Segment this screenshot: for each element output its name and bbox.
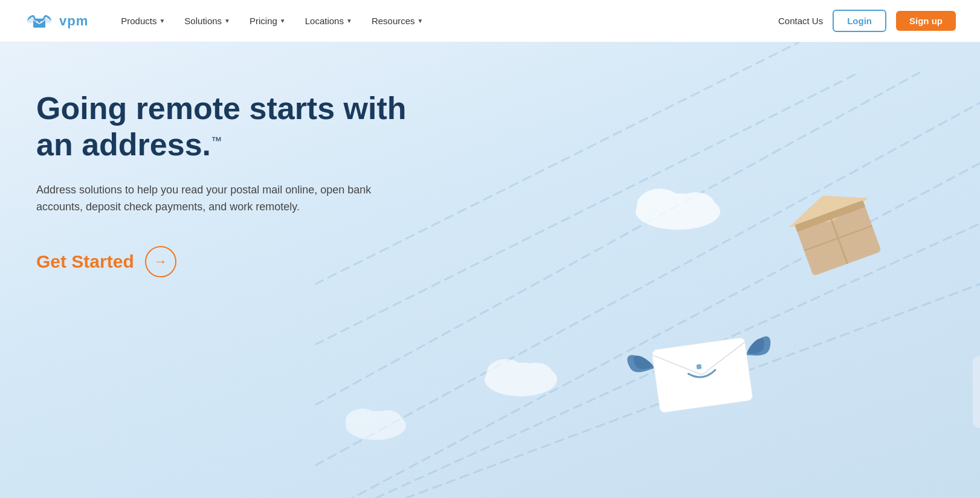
svg-rect-21 bbox=[696, 364, 701, 369]
nav-label-resources: Resources bbox=[372, 16, 415, 26]
nav-label-pricing: Pricing bbox=[250, 16, 277, 26]
chevron-down-icon: ▼ bbox=[346, 18, 352, 24]
svg-rect-0 bbox=[33, 18, 45, 27]
hero-subtitle: Address solutions to help you read your … bbox=[36, 181, 375, 216]
contact-us-link[interactable]: Contact Us bbox=[778, 16, 823, 26]
navbar: vpm Products ▼ Solutions ▼ Pricing ▼ Loc… bbox=[0, 0, 980, 42]
nav-links: Products ▼ Solutions ▼ Pricing ▼ Locatio… bbox=[112, 11, 778, 31]
arrow-right-icon: → bbox=[154, 254, 167, 270]
svg-point-15 bbox=[519, 363, 553, 387]
chevron-down-icon: ▼ bbox=[280, 18, 286, 24]
login-button[interactable]: Login bbox=[833, 10, 886, 32]
hero-section: $ Going remote starts with an address.™ … bbox=[0, 42, 980, 498]
nav-item-locations[interactable]: Locations ▼ bbox=[297, 11, 361, 31]
logo-svg bbox=[24, 10, 54, 32]
chevron-down-icon: ▼ bbox=[159, 18, 165, 24]
svg-point-2 bbox=[40, 21, 42, 23]
hero-trademark: ™ bbox=[211, 134, 222, 146]
hero-title: Going remote starts with an address.™ bbox=[36, 91, 447, 163]
svg-point-1 bbox=[36, 21, 38, 23]
nav-label-solutions: Solutions bbox=[184, 16, 222, 26]
nav-label-locations: Locations bbox=[305, 16, 344, 26]
nav-item-solutions[interactable]: Solutions ▼ bbox=[176, 11, 239, 31]
chevron-down-icon: ▼ bbox=[417, 18, 424, 24]
nav-item-resources[interactable]: Resources ▼ bbox=[363, 11, 432, 31]
svg-point-11 bbox=[637, 189, 683, 222]
hero-content: Going remote starts with an address.™ Ad… bbox=[36, 91, 447, 277]
get-started-cta[interactable]: Get Started → bbox=[36, 246, 447, 277]
svg-point-12 bbox=[677, 192, 715, 221]
svg-rect-24 bbox=[973, 355, 980, 428]
arrow-circle-icon: → bbox=[145, 246, 176, 277]
svg-point-29 bbox=[373, 410, 402, 432]
nav-item-pricing[interactable]: Pricing ▼ bbox=[241, 11, 294, 31]
get-started-label: Get Started bbox=[36, 251, 134, 272]
nav-right: Contact Us Login Sign up bbox=[778, 10, 956, 32]
signup-button[interactable]: Sign up bbox=[896, 11, 956, 31]
nav-label-products: Products bbox=[121, 16, 156, 26]
nav-item-products[interactable]: Products ▼ bbox=[112, 11, 173, 31]
hero-title-text: Going remote starts with an address. bbox=[36, 91, 407, 162]
logo-link[interactable]: vpm bbox=[24, 10, 88, 32]
chevron-down-icon: ▼ bbox=[224, 18, 230, 24]
logo-text: vpm bbox=[59, 13, 88, 29]
